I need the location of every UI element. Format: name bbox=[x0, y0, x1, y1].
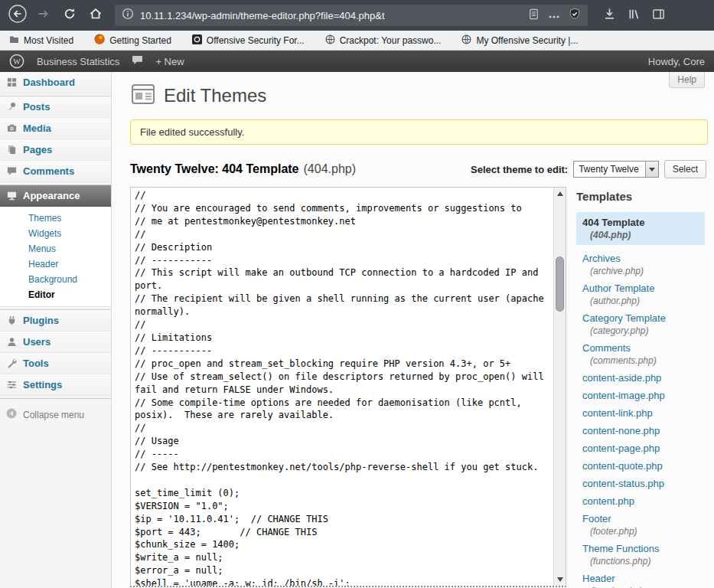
sidebar-item-comments[interactable]: Comments bbox=[0, 161, 111, 182]
bookmarks-bar: Most Visited Getting Started Offensive S… bbox=[0, 31, 714, 51]
toolbar-right-actions bbox=[603, 8, 665, 24]
document-filename: (404.php) bbox=[304, 162, 357, 176]
page-actions-icon[interactable] bbox=[548, 8, 560, 22]
code-textarea[interactable]: // // You are encouraged to send comment… bbox=[131, 188, 553, 586]
sidebars-icon[interactable] bbox=[652, 8, 665, 24]
adminbar-new-button[interactable]: + New bbox=[155, 56, 184, 67]
forward-button[interactable] bbox=[32, 4, 55, 27]
theme-select-dropdown[interactable]: Twenty Twelve bbox=[573, 161, 658, 178]
sidebar-item-posts[interactable]: Posts bbox=[0, 96, 111, 118]
sidebar-item-plugins[interactable]: Plugins bbox=[0, 309, 111, 332]
url-bar[interactable]: 10.11.1.234/wp-admin/theme-editor.php?fi… bbox=[115, 5, 588, 26]
adminbar-account[interactable]: Howdy, Core bbox=[648, 56, 705, 67]
user-icon bbox=[6, 337, 17, 348]
folder-icon bbox=[9, 35, 19, 46]
editor-row: // // You are encouraged to send comment… bbox=[130, 187, 708, 588]
forward-icon bbox=[37, 7, 51, 24]
sidebar-item-tools[interactable]: Tools bbox=[0, 353, 111, 374]
template-item-header[interactable]: Header (header.php) bbox=[576, 573, 708, 588]
url-text[interactable]: 10.11.1.234/wp-admin/theme-editor.php?fi… bbox=[140, 10, 522, 21]
site-info-icon[interactable] bbox=[122, 8, 134, 23]
template-item-content-status[interactable]: content-status.php bbox=[576, 478, 708, 489]
templates-title: Templates bbox=[576, 190, 708, 203]
template-item-functions[interactable]: Theme Functions (functions.php) bbox=[576, 543, 708, 567]
wordpress-logo-icon: W bbox=[9, 54, 24, 69]
edit-themes-screen-icon bbox=[130, 81, 156, 110]
adminbar-comments[interactable] bbox=[132, 55, 143, 67]
success-notice: File edited successfully. bbox=[130, 119, 708, 145]
globe-icon bbox=[325, 34, 335, 47]
downloads-icon[interactable] bbox=[603, 8, 616, 24]
submenu-item-widgets[interactable]: Widgets bbox=[0, 226, 111, 241]
template-item-footer[interactable]: Footer (footer.php) bbox=[576, 513, 708, 537]
firefox-icon bbox=[94, 34, 105, 47]
submenu-item-background[interactable]: Background bbox=[0, 272, 111, 287]
svg-text:W: W bbox=[13, 57, 21, 66]
speech-bubble-icon bbox=[6, 166, 17, 177]
bookmark-crackpot[interactable]: Crackpot: Your passwo... bbox=[325, 34, 442, 47]
scroll-up-icon[interactable] bbox=[557, 191, 563, 196]
bookmark-offsec-forums[interactable]: Offensive Security For... bbox=[192, 34, 305, 47]
templates-list: 404 Template (404.php) Archives (archive… bbox=[576, 212, 708, 588]
home-button[interactable] bbox=[84, 4, 107, 27]
sidebar-item-pages[interactable]: Pages bbox=[0, 139, 111, 161]
adminbar-site-name[interactable]: Business Statistics bbox=[37, 56, 119, 67]
dashboard-icon bbox=[6, 77, 17, 88]
template-item-content-page[interactable]: content-page.php bbox=[576, 443, 708, 454]
back-button[interactable] bbox=[6, 4, 29, 27]
wrench-icon bbox=[6, 358, 17, 369]
code-editor[interactable]: // // You are encouraged to send comment… bbox=[130, 187, 566, 587]
admin-body: Dashboard Posts Media Pages Comments App… bbox=[0, 72, 714, 588]
template-item-category[interactable]: Category Template (category.php) bbox=[576, 312, 708, 336]
document-heading: Twenty Twelve: 404 Template bbox=[130, 162, 299, 176]
screen: 10.11.1.234/wp-admin/theme-editor.php?fi… bbox=[0, 0, 714, 588]
refresh-button[interactable] bbox=[58, 4, 81, 27]
sidebar-item-users[interactable]: Users bbox=[0, 332, 111, 353]
wp-logo-menu[interactable]: W bbox=[9, 54, 24, 69]
sidebar-item-media[interactable]: Media bbox=[0, 118, 111, 139]
library-icon[interactable] bbox=[628, 8, 641, 24]
bookmark-getting-started[interactable]: Getting Started bbox=[94, 34, 171, 47]
reader-mode-icon[interactable] bbox=[528, 8, 540, 23]
shield-check-icon[interactable] bbox=[569, 8, 581, 23]
document-heading-row: Twenty Twelve: 404 Template (404.php) Se… bbox=[130, 160, 708, 178]
template-item-content-image[interactable]: content-image.php bbox=[576, 390, 708, 401]
submenu-item-themes[interactable]: Themes bbox=[0, 211, 111, 226]
template-item-author[interactable]: Author Template (author.php) bbox=[576, 283, 708, 306]
template-item-archives[interactable]: Archives (archive.php) bbox=[576, 253, 708, 276]
bookmark-most-visited[interactable]: Most Visited bbox=[9, 35, 73, 46]
scrollbar-thumb[interactable] bbox=[556, 256, 564, 312]
template-item-content-quote[interactable]: content-quote.php bbox=[576, 460, 708, 472]
collapse-arrow-icon bbox=[6, 408, 17, 421]
submenu-item-header[interactable]: Header bbox=[0, 256, 111, 272]
template-item-404[interactable]: 404 Template (404.php) bbox=[576, 212, 705, 245]
pages-icon bbox=[6, 145, 17, 155]
comment-bubble-icon bbox=[132, 55, 143, 67]
template-item-comments[interactable]: Comments (comments.php) bbox=[576, 342, 708, 366]
template-item-content-aside[interactable]: content-aside.php bbox=[576, 372, 708, 384]
browser-toolbar: 10.11.1.234/wp-admin/theme-editor.php?fi… bbox=[0, 0, 714, 31]
template-item-content[interactable]: content.php bbox=[576, 495, 708, 507]
template-item-content-none[interactable]: content-none.php bbox=[576, 425, 708, 436]
url-bar-actions bbox=[528, 8, 581, 23]
select-theme-label: Select theme to edit: bbox=[471, 164, 568, 175]
help-button[interactable]: Help bbox=[669, 72, 705, 88]
submenu-item-editor[interactable]: Editor bbox=[0, 287, 111, 302]
bookmark-my-offsec[interactable]: My Offensive Security |... bbox=[461, 34, 578, 47]
submenu-item-menus[interactable]: Menus bbox=[0, 241, 111, 256]
home-icon bbox=[89, 7, 103, 24]
sidebar-item-dashboard[interactable]: Dashboard bbox=[0, 72, 111, 93]
plugin-icon bbox=[6, 315, 17, 326]
theme-select-group: Select theme to edit: Twenty Twelve Sele… bbox=[471, 160, 708, 178]
globe-icon bbox=[461, 34, 471, 47]
template-item-content-link[interactable]: content-link.php bbox=[576, 407, 708, 419]
collapse-menu-button[interactable]: Collapse menu bbox=[0, 398, 111, 430]
appearance-submenu: Themes Widgets Menus Header Background E… bbox=[0, 207, 111, 307]
select-theme-button[interactable]: Select bbox=[664, 160, 706, 178]
editor-scrollbar[interactable] bbox=[553, 188, 566, 586]
admin-sidebar: Dashboard Posts Media Pages Comments App… bbox=[0, 72, 112, 588]
scroll-down-icon[interactable] bbox=[557, 577, 563, 582]
dropdown-arrow-box bbox=[645, 162, 658, 177]
sidebar-item-settings[interactable]: Settings bbox=[0, 374, 111, 396]
sidebar-item-appearance[interactable]: Appearance bbox=[0, 185, 111, 207]
